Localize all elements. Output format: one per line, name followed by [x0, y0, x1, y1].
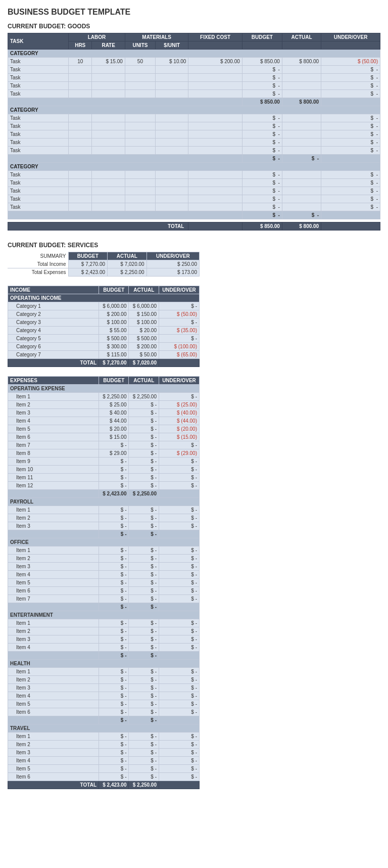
goods-header-actual: ACTUAL [282, 33, 321, 41]
expense-item: Item 7 [8, 441, 99, 449]
expense-item: Item 3 [8, 684, 99, 692]
task-uo: $ - [321, 171, 380, 179]
expenses-total-actual: $ 2,250.00 [129, 781, 159, 789]
expense-item: Item 5 [8, 700, 99, 708]
goods-sub-units: UNITS [125, 41, 155, 50]
expense-item: Item 1 [8, 619, 99, 627]
goods-table: TASK LABOR MATERIALS FIXED COST BUDGET A… [8, 33, 380, 231]
cat3-subtotal-actual: $ - [282, 211, 321, 219]
task-uo: $ - [321, 203, 380, 211]
task-budget: $ - [242, 195, 282, 203]
income-row-actual: $ 20.00 [129, 327, 159, 335]
task-budget: $ - [242, 90, 282, 98]
op-subtotal-actual: $ 2,250.00 [129, 490, 159, 498]
income-row-uo: $ - [159, 318, 199, 327]
expense-item: Item 2 [8, 514, 99, 522]
office-subtotal-actual: $ - [129, 603, 159, 611]
expense-item: Item 1 [8, 733, 99, 741]
task-row: Task [8, 147, 69, 155]
task-row: Task [8, 74, 69, 82]
expense-item: Item 4 [8, 571, 99, 579]
income-total-actual: $ 7,020.00 [129, 359, 159, 367]
task-uo: $ - [321, 179, 380, 187]
task-rate: $ 15.00 [92, 58, 125, 66]
total-income-budget: $ 7,270.00 [68, 260, 108, 268]
op-subtotal-budget: $ 2,423.00 [99, 490, 129, 498]
income-row-budget: $ 500.00 [99, 335, 129, 343]
expense-item: Item 11 [8, 474, 99, 482]
task-row: Task [8, 114, 69, 122]
expenses-section-header: EXPENSES [8, 377, 99, 385]
goods-total-actual: $ 800.00 [282, 222, 321, 231]
expense-item: Item 6 [8, 773, 99, 781]
entertainment-subtotal-actual: $ - [129, 652, 159, 660]
income-row-budget: $ 300.00 [99, 343, 129, 351]
payroll-subtotal-actual: $ - [129, 530, 159, 538]
expense-item: Item 6 [8, 433, 99, 441]
task-budget: $ - [242, 82, 282, 90]
expenses-table: EXPENSES BUDGET ACTUAL UNDER/OVER OPERAT… [8, 376, 200, 789]
income-row-budget: $ 115.00 [99, 351, 129, 359]
goods-header-under-over: UNDER/OVER [321, 33, 380, 41]
total-expenses-actual: $ 2,250.00 [108, 268, 147, 277]
task-budget: $ - [242, 74, 282, 82]
expenses-total-label: TOTAL [8, 781, 99, 789]
task-units: 50 [125, 58, 155, 66]
goods-sub-fixed-blank [188, 41, 242, 50]
income-table: INCOME BUDGET ACTUAL UNDER/OVER OPERATIN… [8, 286, 200, 367]
income-row-label: Category 5 [8, 335, 99, 343]
expense-item: Item 2 [8, 401, 99, 409]
income-row-label: Category 3 [8, 318, 99, 327]
income-row-label: Category 7 [8, 351, 99, 359]
income-row-uo: $ - [159, 335, 199, 343]
task-row: Task [8, 122, 69, 130]
income-row-budget: $ 6,000.00 [99, 302, 129, 310]
income-row-label: Category 1 [8, 302, 99, 310]
total-income-label: Total Income [8, 260, 68, 268]
income-row-actual: $ 50.00 [129, 351, 159, 359]
task-fixed: $ 200.00 [188, 58, 242, 66]
task-row: Task [8, 179, 69, 187]
task-row: Task [8, 171, 69, 179]
task-uo: $ - [321, 74, 380, 82]
task-row: Task [8, 90, 69, 98]
expense-item: Item 8 [8, 449, 99, 458]
cat1-subtotal-actual: $ 800.00 [282, 98, 321, 106]
goods-header-task: TASK [8, 33, 69, 50]
task-uo: $ - [321, 147, 380, 155]
entertainment-label: ENTERTAINMENT [8, 611, 200, 619]
page-title: BUSINESS BUDGET TEMPLATE [8, 8, 380, 17]
expense-item: Item 5 [8, 579, 99, 587]
expense-item: Item 2 [8, 627, 99, 635]
expense-item: Item 12 [8, 482, 99, 490]
goods-total-budget: $ 850.00 [242, 222, 282, 231]
task-actual: $ 800.00 [282, 58, 321, 66]
income-row-label: Category 4 [8, 327, 99, 335]
task-budget: $ - [242, 187, 282, 195]
expenses-total-budget: $ 2,423.00 [99, 781, 129, 789]
op-income-label: OPERATING INCOME [8, 294, 200, 302]
summary-table: SUMMARY BUDGET ACTUAL UNDER/OVER Total I… [8, 252, 200, 277]
category-1-label: CATEGORY [8, 50, 380, 58]
task-budget: $ - [242, 139, 282, 147]
task-budget: $ 850.00 [242, 58, 282, 66]
summary-label-header: SUMMARY [8, 252, 68, 260]
goods-sub-actual-blank [282, 41, 321, 50]
task-budget: $ - [242, 171, 282, 179]
income-row-budget: $ 55.00 [99, 327, 129, 335]
goods-header-budget: BUDGET [242, 33, 282, 41]
income-row-uo: $ (35.00) [159, 327, 199, 335]
task-row: Task [8, 130, 69, 139]
goods-section-title: CURRENT BUDGET: GOODS [8, 23, 380, 30]
expense-item: Item 1 [8, 506, 99, 514]
income-row-uo: $ (100.00) [159, 343, 199, 351]
expense-item: Item 2 [8, 676, 99, 684]
total-expenses-label: Total Expenses [8, 268, 68, 277]
task-budget: $ - [242, 114, 282, 122]
task-budget: $ - [242, 130, 282, 139]
expenses-budget-header: BUDGET [99, 377, 129, 385]
income-row-actual: $ 100.00 [129, 318, 159, 327]
expense-item: Item 2 [8, 555, 99, 563]
services-section-title: CURRENT BUDGET: SERVICES [8, 242, 380, 249]
goods-header-fixed: FIXED COST [188, 33, 242, 41]
